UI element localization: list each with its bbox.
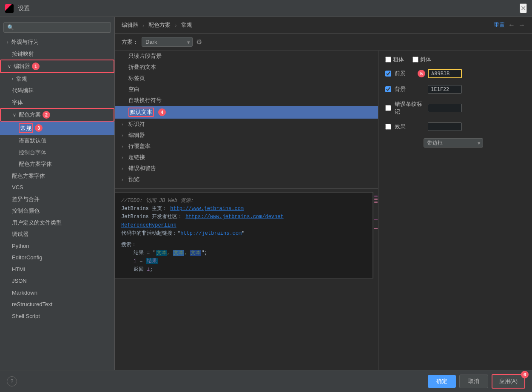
title-bar-title: 设置 xyxy=(18,5,30,12)
url-inactive[interactable]: http://jetbrains.com xyxy=(180,230,242,236)
help-button[interactable]: ? xyxy=(7,376,17,386)
scrollbar-mark-3 xyxy=(374,202,378,203)
sidebar-item-console-font[interactable]: 控制台字体 xyxy=(0,147,114,159)
tree-item-editor[interactable]: › 编辑器 xyxy=(115,130,378,141)
foreground-input[interactable] xyxy=(428,69,462,78)
effects-checkbox[interactable] xyxy=(385,124,391,130)
confirm-button[interactable]: 确定 xyxy=(428,375,456,388)
sidebar-item-label: HTML xyxy=(12,265,27,274)
tree-item-whitespace[interactable]: 空白 xyxy=(115,84,378,95)
tree-item-tab[interactable]: 标签页 xyxy=(115,73,378,84)
sidebar-item-label: 用户定义的文件类型 xyxy=(12,219,62,227)
sidebar-item-shell-script[interactable]: Shell Script xyxy=(0,310,114,322)
sidebar-item-label: 编辑器 xyxy=(14,62,30,71)
sidebar-item-console-color[interactable]: 控制台颜色 xyxy=(0,205,114,217)
bottom-section: ? 确定 取消 6 应用(A) CSDN @江湖有缘 xyxy=(0,370,532,392)
tree-item-errors-warnings[interactable]: › 错误和警告 xyxy=(115,163,378,174)
sidebar-item-label: Markdown xyxy=(12,289,37,297)
breadcrumb-general: 常规 xyxy=(181,21,192,29)
sidebar-item-vcs[interactable]: VCS xyxy=(0,182,114,193)
gear-icon[interactable]: ⚙ xyxy=(196,38,202,46)
url-homepage[interactable]: http://www.jetbrains.com xyxy=(170,206,244,212)
effects-select-wrap: 带边框 xyxy=(424,138,483,148)
tree-item-default-text[interactable]: 默认文本 4 xyxy=(115,106,378,119)
sidebar-item-color-scheme-general[interactable]: 常规 3 xyxy=(0,122,114,135)
scheme-select[interactable]: Dark xyxy=(142,37,193,47)
error-stripe-checkbox[interactable] xyxy=(385,105,391,111)
sidebar-item-font[interactable]: 字体 xyxy=(0,97,114,108)
app-logo xyxy=(5,4,14,13)
sidebar-item-json[interactable]: JSON xyxy=(0,275,114,287)
apply-button[interactable]: 应用(A) xyxy=(492,374,525,389)
chevron-right-icon: › xyxy=(122,122,127,127)
tree-item-identifier[interactable]: › 标识符 xyxy=(115,119,378,130)
sidebar-item-label: 外观与行为 xyxy=(11,38,39,46)
tree-item-hyperlink[interactable]: › 超链接 xyxy=(115,152,378,163)
sidebar-item-file-types[interactable]: 用户定义的文件类型 xyxy=(0,217,114,229)
url-devnet[interactable]: https://www.jetbrains.com/devnet xyxy=(185,214,283,220)
tree-item-label: 错误和警告 xyxy=(128,165,156,172)
sidebar-item-code-edit[interactable]: 代码编辑 xyxy=(0,85,114,97)
sidebar-item-scheme-font[interactable]: 配色方案字体 xyxy=(0,158,114,170)
chevron-right-icon: › xyxy=(122,133,127,138)
tree-item-line-coverage[interactable]: › 行覆盖率 xyxy=(115,141,378,152)
cancel-button[interactable]: 取消 xyxy=(459,375,488,388)
preview-line-search-label: 搜索： xyxy=(121,241,367,249)
italic-checkbox[interactable] xyxy=(413,57,418,62)
bold-checkbox[interactable] xyxy=(385,57,391,62)
tree-item-autowrap[interactable]: 自动换行符号 xyxy=(115,95,378,106)
sidebar-item-restructured-text[interactable]: reStructuredText xyxy=(0,298,114,310)
tree-item-label: 空白 xyxy=(128,85,139,93)
sidebar-item-label: EditorConfig xyxy=(12,253,43,262)
tree-item-preview[interactable]: › 预览 xyxy=(115,174,378,185)
sidebar-item-label: 代码编辑 xyxy=(12,86,34,95)
sidebar-item-appearance[interactable]: › 外观与行为 xyxy=(0,36,114,48)
close-button[interactable]: ✕ xyxy=(520,3,527,13)
sidebar-item-lang-defaults[interactable]: 语言默认值 xyxy=(0,135,114,147)
chevron-right-icon: › xyxy=(12,75,14,82)
sidebar-item-label: reStructuredText xyxy=(12,300,52,309)
scheme-select-wrap: Dark xyxy=(142,37,193,47)
background-checkbox[interactable] xyxy=(385,86,391,92)
tree-item-readonly-bg[interactable]: 只读片段背景 xyxy=(115,51,378,62)
content-header: 编辑器 › 配色方案 › 常规 重置 ← → xyxy=(115,17,532,34)
scrollbar-mark-4 xyxy=(374,219,378,220)
preview-line-result: 结果 = "文本, 文本, 文本"; xyxy=(121,249,367,257)
sidebar: 🔍 › 外观与行为 按键映射 ∨ 编辑器 1 › 常规 代码编辑 字体 ∨ 配色… xyxy=(0,17,115,370)
search-input[interactable] xyxy=(17,24,107,31)
error-stripe-input[interactable] xyxy=(428,104,462,112)
background-row: 背景 xyxy=(385,84,525,95)
sidebar-item-markdown[interactable]: Markdown xyxy=(0,287,114,299)
effects-select[interactable]: 带边框 xyxy=(424,138,483,148)
sidebar-item-editor[interactable]: ∨ 编辑器 1 xyxy=(0,60,114,73)
sidebar-item-label: 控制台字体 xyxy=(19,148,46,157)
sidebar-item-editor-general[interactable]: › 常规 xyxy=(0,73,114,85)
sidebar-item-color-scheme[interactable]: ∨ 配色方案 2 xyxy=(0,108,114,122)
sidebar-item-keymap[interactable]: 按键映射 xyxy=(0,48,114,60)
background-input[interactable] xyxy=(428,85,462,94)
effects-color-input[interactable] xyxy=(428,122,462,131)
back-button[interactable]: ← xyxy=(508,21,515,29)
sidebar-item-debugger[interactable]: 调试器 xyxy=(0,228,114,240)
tree-item-label: 超链接 xyxy=(128,153,145,161)
sidebar-item-diff-merge[interactable]: 差异与合并 xyxy=(0,193,114,205)
title-bar: 设置 ✕ xyxy=(0,0,532,17)
forward-button[interactable]: → xyxy=(518,21,525,29)
sidebar-item-code-with-me[interactable]: 配色方案字体 xyxy=(0,170,114,182)
sidebar-item-label: JSON xyxy=(12,277,27,285)
sidebar-item-label: 差异与合并 xyxy=(12,195,40,204)
tree-item-folded-text[interactable]: 折叠的文本 xyxy=(115,62,378,73)
sidebar-item-html[interactable]: HTML xyxy=(0,264,114,276)
scrollbar-mark-1 xyxy=(374,196,378,197)
foreground-checkbox[interactable] xyxy=(385,71,391,77)
breadcrumb-editor[interactable]: 编辑器 xyxy=(122,21,138,29)
breadcrumb-color-scheme[interactable]: 配色方案 xyxy=(148,21,171,29)
url-ref[interactable]: ReferenceHyperlink xyxy=(121,222,176,228)
breadcrumb-sep1: › xyxy=(142,22,144,28)
reset-button[interactable]: 重置 xyxy=(494,21,505,29)
sidebar-item-editor-config[interactable]: EditorConfig xyxy=(0,252,114,264)
color-scheme-badge: 2 xyxy=(43,111,50,119)
chevron-right-icon: › xyxy=(122,155,127,160)
sidebar-item-python[interactable]: Python xyxy=(0,240,114,252)
search-box[interactable]: 🔍 xyxy=(3,22,111,33)
